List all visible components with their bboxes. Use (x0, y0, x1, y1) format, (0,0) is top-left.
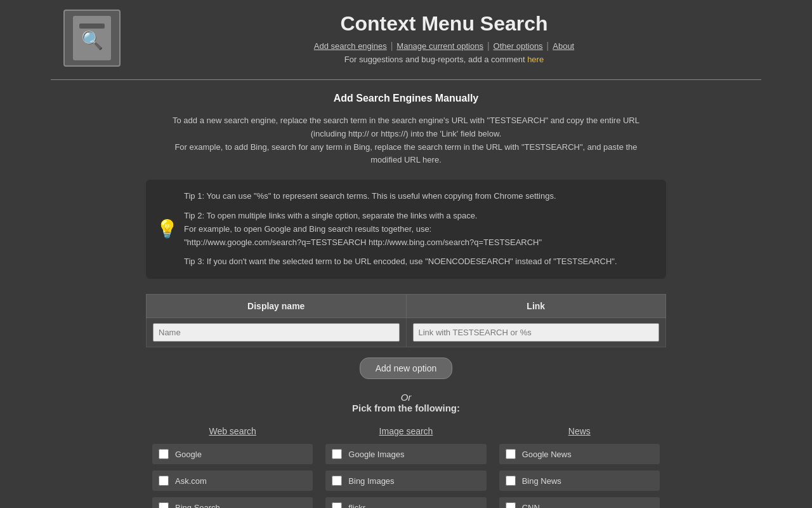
tip-2: Tip 2: To open multiple links with a sin… (184, 210, 653, 249)
add-engine-table: Display name Link (146, 294, 666, 347)
tip-3-text: Tip 3: If you don't want the selected te… (184, 257, 617, 266)
logo-image (73, 16, 111, 60)
app-title: Context Menu Search (140, 12, 749, 36)
checkbox-0-0[interactable] (159, 449, 169, 459)
display-name-header: Display name (147, 295, 407, 318)
item-label-2-0: Google News (522, 450, 572, 459)
instruction-line-1: To add a new search engine, replace the … (173, 116, 639, 125)
category-1: Image searchGoogle ImagesBing Imagesflic… (319, 426, 492, 508)
lightbulb-icon: 💡 (156, 215, 178, 244)
header-right: Context Menu Search Add search engines |… (140, 12, 749, 64)
item-label-1-2: flickr (348, 503, 365, 508)
checkbox-1-2[interactable] (332, 502, 342, 508)
divider (51, 79, 761, 80)
list-item: Google Images (325, 444, 486, 464)
checkbox-0-2[interactable] (159, 502, 169, 508)
checkbox-1-1[interactable] (332, 476, 342, 486)
add-new-option-button[interactable]: Add new option (360, 358, 453, 379)
category-2: NewsGoogle NewsBing NewsCNN (493, 426, 666, 508)
checkbox-0-1[interactable] (159, 476, 169, 486)
link-input[interactable] (413, 323, 660, 342)
name-input[interactable] (153, 323, 400, 342)
item-label-1-0: Google Images (348, 450, 404, 459)
list-item: Bing Images (325, 471, 486, 491)
instructions: To add a new search engine, replace the … (146, 114, 666, 167)
instruction-line-3: For example, to add Bing, search for any… (174, 142, 637, 152)
list-item: Google News (499, 444, 660, 464)
item-label-1-1: Bing Images (348, 476, 394, 486)
nav-sep-3: | (547, 41, 549, 51)
category-title-1[interactable]: Image search (325, 426, 486, 436)
or-text: Or (146, 392, 666, 403)
suggestions-prefix: For suggestions and bug-reports, add a c… (344, 55, 527, 64)
item-label-0-2: Bing Search (175, 503, 220, 508)
checkbox-2-0[interactable] (506, 449, 516, 459)
nav-sep-1: | (391, 41, 393, 51)
here-link[interactable]: here (527, 55, 544, 64)
checkbox-2-1[interactable] (506, 476, 516, 486)
name-cell (147, 318, 407, 347)
list-item: CNN (499, 497, 660, 508)
item-label-0-0: Google (175, 450, 202, 459)
other-options-link[interactable]: Other options (494, 41, 543, 51)
section-title: Add Search Engines Manually (146, 93, 666, 104)
checkbox-1-0[interactable] (332, 449, 342, 459)
tips-box: 💡 Tip 1: You can use "%s" to represent s… (146, 180, 666, 279)
item-label-2-1: Bing News (522, 476, 561, 486)
list-item: flickr (325, 497, 486, 508)
main-content: Add Search Engines Manually To add a new… (133, 93, 679, 508)
add-button-wrap: Add new option (146, 358, 666, 379)
tip-3: Tip 3: If you don't want the selected te… (184, 255, 653, 269)
tip-1: Tip 1: You can use "%s" to represent sea… (184, 190, 653, 203)
tip-2-text: Tip 2: To open multiple links with a sin… (184, 211, 542, 247)
category-0: Web searchGoogleAsk.comBing Search (146, 426, 319, 508)
add-search-engines-link[interactable]: Add search engines (314, 41, 387, 51)
header: Context Menu Search Add search engines |… (0, 0, 812, 76)
item-label-0-1: Ask.com (175, 476, 207, 486)
suggestions-text: For suggestions and bug-reports, add a c… (140, 55, 749, 64)
checkbox-2-2[interactable] (506, 502, 516, 508)
nav-sep-2: | (487, 41, 490, 51)
category-title-0[interactable]: Web search (152, 426, 313, 436)
tip-1-text: Tip 1: You can use "%s" to represent sea… (184, 191, 556, 201)
list-item: Bing News (499, 471, 660, 491)
list-item: Bing Search (152, 497, 313, 508)
pick-text: Pick from the following: (146, 403, 666, 413)
list-item: Ask.com (152, 471, 313, 491)
manage-options-link[interactable]: Manage current options (396, 41, 483, 51)
instruction-line-2: (including http:// or https://) into the… (311, 129, 502, 138)
form-row (147, 318, 666, 347)
nav-links: Add search engines | Manage current opti… (140, 41, 749, 51)
link-header: Link (406, 295, 666, 318)
link-cell (406, 318, 666, 347)
item-label-2-2: CNN (522, 503, 540, 508)
about-link[interactable]: About (553, 41, 574, 51)
categories: Web searchGoogleAsk.comBing SearchImage … (146, 426, 666, 508)
list-item: Google (152, 444, 313, 464)
category-title-2[interactable]: News (499, 426, 660, 436)
instruction-line-4: modified URL here. (370, 155, 442, 164)
app-logo (63, 10, 121, 67)
